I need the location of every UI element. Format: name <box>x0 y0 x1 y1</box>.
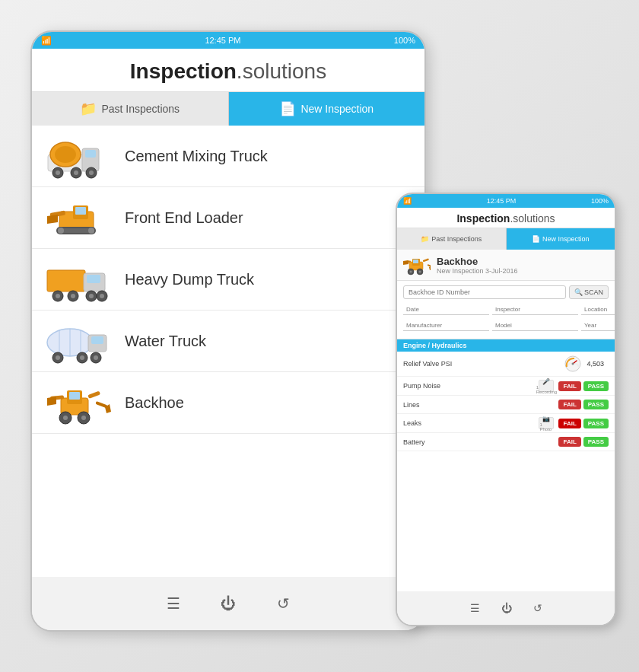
tablet-tab-past-label: Past Inspections <box>101 103 180 115</box>
photo-icon: 📷 1 Photo <box>539 417 554 429</box>
scene: 📶 12:45 PM 100% Inspection.solutions 📁 P… <box>0 0 639 672</box>
phone-wifi-icon: 📶 <box>403 197 412 205</box>
svg-rect-2 <box>85 150 96 158</box>
front-end-loader-icon <box>44 195 113 240</box>
tablet-bottom-bar: ☰ ⏻ ↺ <box>32 577 424 630</box>
lines-fail-button[interactable]: FAIL <box>558 400 580 409</box>
phone-new-doc-icon: 📄 <box>532 235 540 243</box>
section-label: Engine / Hydraulics <box>403 342 467 349</box>
row-value-relief-valve: 4,503 <box>587 360 604 368</box>
phone-refresh-button[interactable]: ↺ <box>533 602 542 614</box>
tablet-tab-past[interactable]: 📁 Past Inspections <box>32 92 229 126</box>
year-field[interactable] <box>581 320 615 331</box>
phone-tab-past[interactable]: 📁 Past Inspections <box>397 228 507 250</box>
phone-fields-row-2 <box>403 320 609 331</box>
row-label-relief-valve: Relief Valve PSI <box>403 360 564 368</box>
list-item[interactable]: Backhoe <box>32 372 424 434</box>
date-field[interactable] <box>403 304 489 315</box>
svg-rect-54 <box>413 260 418 263</box>
svg-rect-13 <box>75 207 86 215</box>
lines-pass-button[interactable]: PASS <box>583 400 609 409</box>
inspector-field[interactable] <box>492 304 578 315</box>
model-field[interactable] <box>492 320 578 331</box>
svg-point-39 <box>80 355 84 360</box>
svg-point-51 <box>81 416 86 420</box>
list-item[interactable]: Water Truck <box>32 311 424 372</box>
svg-point-27 <box>89 294 94 298</box>
folder-icon: 📁 <box>80 100 97 117</box>
tablet-app-header: Inspection.solutions <box>32 49 424 92</box>
svg-point-8 <box>74 170 78 175</box>
manufacturer-field[interactable] <box>403 320 489 331</box>
svg-point-61 <box>419 271 421 273</box>
recording-icon: 🎤 1 Recording <box>539 380 554 392</box>
phone-power-button[interactable]: ⏻ <box>501 602 512 614</box>
leaks-pass-button[interactable]: PASS <box>583 419 609 428</box>
gauge-icon <box>564 355 582 373</box>
battery-pass-button[interactable]: PASS <box>583 437 609 447</box>
list-item[interactable]: Heavy Dump Truck <box>32 249 424 311</box>
scan-icon: 🔍 <box>574 288 583 296</box>
inspection-row-leaks: Leaks 📷 1 Photo FAIL PASS <box>397 414 615 433</box>
phone-app-header: Inspection.solutions <box>397 208 615 228</box>
tablet-body: Inspection.solutions 📁 Past Inspections … <box>32 49 424 577</box>
phone-title-light: .solutions <box>510 212 555 225</box>
svg-rect-19 <box>47 270 85 291</box>
tablet-status-bar: 📶 12:45 PM 100% <box>32 32 424 49</box>
phone-menu-button[interactable]: ☰ <box>470 602 480 614</box>
phone-battery: 100% <box>591 197 609 205</box>
vehicle-name: Heavy Dump Truck <box>125 271 254 288</box>
phone-id-row: 🔍 SCAN <box>403 285 609 299</box>
svg-point-49 <box>63 416 68 420</box>
tablet-tab-new[interactable]: 📄 New Inspection <box>229 92 425 126</box>
leaks-fail-button[interactable]: FAIL <box>558 419 580 428</box>
list-item[interactable]: Cement Mixing Truck <box>32 126 424 187</box>
phone-vehicle-header: Backhoe New Inspection 3-Jul-2016 <box>397 250 615 281</box>
water-truck-icon <box>44 318 113 364</box>
svg-point-64 <box>572 363 574 365</box>
dump-truck-icon <box>44 256 113 302</box>
pump-noise-fail-button[interactable]: FAIL <box>558 381 580 391</box>
scan-label: SCAN <box>584 288 603 296</box>
phone-time: 12:45 PM <box>487 197 517 205</box>
tablet-wifi-icon: 📶 <box>41 36 52 46</box>
phone-tab-new-label: New Inspection <box>542 235 590 243</box>
tablet-power-button[interactable]: ⏻ <box>216 591 240 616</box>
svg-point-10 <box>89 170 94 175</box>
vehicle-name: Cement Mixing Truck <box>125 148 268 165</box>
row-label-battery: Battery <box>403 438 558 446</box>
phone-status-bar: 📶 12:45 PM 100% <box>397 194 615 208</box>
inspection-row-battery: Battery FAIL PASS <box>397 433 615 451</box>
tablet-device: 📶 12:45 PM 100% Inspection.solutions 📁 P… <box>30 30 426 632</box>
tablet-refresh-button[interactable]: ↺ <box>271 591 295 616</box>
svg-rect-21 <box>87 275 100 283</box>
svg-point-23 <box>56 294 60 298</box>
backhoe-icon <box>44 380 113 425</box>
inspection-row-relief-valve: Relief Valve PSI 4,503 <box>397 352 615 377</box>
svg-point-6 <box>56 170 60 175</box>
tablet-tab-bar: 📁 Past Inspections 📄 New Inspection <box>32 92 424 126</box>
phone-folder-icon: 📁 <box>421 235 429 243</box>
tablet-title-bold: Inspection <box>130 59 237 83</box>
phone-body: Inspection.solutions 📁 Past Inspections … <box>397 208 615 591</box>
phone-tab-new[interactable]: 📄 New Inspection <box>507 228 615 250</box>
row-label-lines: Lines <box>403 401 558 409</box>
tablet-vehicle-list: Cement Mixing Truck <box>32 126 424 577</box>
cement-truck-icon <box>44 133 113 179</box>
inspection-row-pump-noise: Pump Noise 🎤 1 Recording FAIL PASS <box>397 377 615 396</box>
list-item[interactable]: Front End Loader <box>32 187 424 249</box>
backhoe-id-input[interactable] <box>403 285 566 299</box>
vehicle-name: Backhoe <box>125 394 184 412</box>
tablet-app-title: Inspection.solutions <box>32 59 424 84</box>
svg-rect-35 <box>91 336 103 344</box>
tablet-menu-button[interactable]: ☰ <box>161 591 186 616</box>
svg-point-37 <box>56 355 60 360</box>
scan-button[interactable]: 🔍 SCAN <box>569 285 609 299</box>
battery-fail-button[interactable]: FAIL <box>558 437 580 447</box>
row-label-pump-noise: Pump Noise <box>403 382 539 390</box>
phone-bottom-bar: ☰ ⏻ ↺ <box>397 591 615 625</box>
pump-noise-pass-button[interactable]: PASS <box>583 381 609 391</box>
svg-rect-55 <box>423 258 429 262</box>
phone-tab-bar: 📁 Past Inspections 📄 New Inspection <box>397 228 615 250</box>
location-field[interactable] <box>581 304 615 315</box>
